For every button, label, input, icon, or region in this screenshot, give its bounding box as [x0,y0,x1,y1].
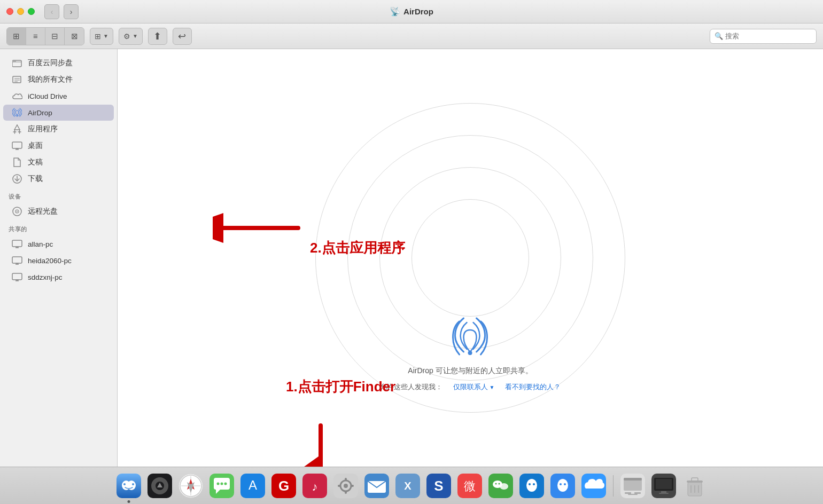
group-icon: ⊞ [95,32,101,41]
wechat-icon [488,474,513,498]
dock-browser[interactable] [619,472,647,500]
airdrop-description: AirDrop 可让您与附近的人立即共享。 [408,366,532,376]
sidebar-item-heida-pc[interactable]: heida2060-pc [3,253,114,269]
computer-icon [12,239,22,249]
desktop-icon [12,140,22,151]
svg-point-53 [216,482,219,485]
svg-rect-27 [12,257,22,263]
circle-4 [412,199,529,317]
svg-line-8 [17,125,20,130]
sidebar-item-label: 下载 [28,174,43,184]
airdrop-links-row: 允许这些人发现我： 仅限联系人 ▼ 看不到要找的人？ [380,382,561,392]
cant-find-link[interactable]: 看不到要找的人？ [505,382,561,392]
search-box[interactable]: 🔍 [710,29,817,44]
dock-onedrive[interactable] [580,472,608,500]
dock-qq[interactable] [518,472,546,500]
finder-icon [117,474,141,498]
svg-point-64 [344,484,348,488]
dock-divider [613,475,614,497]
applications-icon [12,124,22,135]
sidebar-item-desktop[interactable]: 桌面 [3,138,114,154]
maximize-button[interactable] [28,8,35,15]
traffic-lights [6,8,35,15]
sidebar-item-remote-disk[interactable]: 远程光盘 [3,203,114,219]
sidebar-item-label: heida2060-pc [28,257,72,265]
dock-mail[interactable] [363,472,391,500]
share-icon: ⬆ [153,30,161,42]
monitor-icon [651,474,676,498]
dock-launchpad[interactable] [146,472,174,500]
main-container: 百度云同步盘 我的所有文件 iCloud Drive [0,49,823,467]
svg-point-80 [495,483,496,484]
dock-word[interactable]: S [425,472,453,500]
dock-weibo[interactable]: 微 [456,472,484,500]
icloud-icon [12,91,22,101]
close-button[interactable] [6,8,13,15]
view-column-btn[interactable]: ⊟ [45,28,65,45]
titlebar-left: ‹ › [6,4,79,19]
view-mode-group: ⊞ ≡ ⊟ ⊠ [6,27,84,45]
shared-section-label: 共享的 [0,220,117,235]
svg-rect-23 [12,240,22,247]
qq-icon [519,474,544,498]
airdrop-center-content: AirDrop 可让您与附近的人立即共享。 允许这些人发现我： 仅限联系人 ▼ … [380,306,561,392]
actions-btn[interactable]: ⚙ ▼ [119,28,143,45]
minimize-button[interactable] [17,8,24,15]
svg-point-84 [529,483,531,485]
svg-point-83 [526,479,537,492]
sidebar-item-documents[interactable]: 文稿 [3,154,114,170]
sidebar-item-sddzxnj-pc[interactable]: sddzxnj-pc [3,269,114,285]
sidebar-item-allfiles[interactable]: 我的所有文件 [3,72,114,88]
group-arrow-icon: ▼ [103,33,108,39]
dock-pdf-editor[interactable]: G [270,472,298,500]
dock-appstore[interactable]: A [239,472,267,500]
svg-point-88 [560,483,562,485]
music-icon: ♪ [302,474,327,498]
annotation-applications: 2.点击应用程序 [310,239,405,257]
dock-sysprefs[interactable] [332,472,360,500]
trash-icon [682,474,707,498]
view-list-btn[interactable]: ≡ [26,28,45,45]
gear-arrow-icon: ▼ [133,33,138,39]
group-by-btn[interactable]: ⊞ ▼ [90,28,113,45]
svg-rect-14 [12,142,22,148]
sidebar-item-airdrop[interactable]: AirDrop [3,105,114,121]
dock-safari[interactable] [177,472,205,500]
view-coverflow-btn[interactable]: ⊠ [65,28,84,45]
view-icon-btn[interactable]: ⊞ [7,28,26,45]
sidebar-item-icloud[interactable]: iCloud Drive [3,88,114,104]
svg-point-85 [533,483,535,485]
dock-wechat[interactable] [487,472,515,500]
word-icon: S [426,474,451,498]
sidebar: 百度云同步盘 我的所有文件 iCloud Drive [0,49,118,467]
allow-discover-btn[interactable]: 仅限联系人 ▼ [453,382,495,392]
svg-point-6 [17,115,18,117]
folder-icon [12,58,22,68]
computer-icon3 [12,272,22,282]
sidebar-item-baidu[interactable]: 百度云同步盘 [3,55,114,71]
onedrive-icon [581,474,606,498]
tags-btn[interactable]: ↩ [173,28,192,45]
sidebar-item-allan-pc[interactable]: allan-pc [3,236,114,252]
svg-rect-65 [345,478,347,481]
dock-trash[interactable] [681,472,709,500]
svg-point-55 [224,482,227,485]
dock-xcode[interactable]: X [394,472,422,500]
dock-qq-mobile[interactable] [549,472,577,500]
dock-music[interactable]: ♪ [301,472,329,500]
back-nav-button[interactable]: ‹ [44,4,59,19]
mail-icon [364,474,389,498]
svg-line-7 [14,125,17,130]
share-btn[interactable]: ⬆ [148,28,167,45]
svg-rect-31 [12,273,22,280]
search-input[interactable] [725,32,812,40]
dock-finder[interactable] [115,472,143,500]
forward-nav-button[interactable]: › [64,4,79,19]
svg-text:G: G [278,478,289,494]
window-title: AirDrop [403,7,433,16]
sidebar-item-label: allan-pc [28,240,53,248]
dock-monitor[interactable] [650,472,678,500]
sidebar-item-applications[interactable]: 应用程序 [3,121,114,137]
dock-messages[interactable] [208,472,236,500]
sidebar-item-downloads[interactable]: 下载 [3,171,114,187]
